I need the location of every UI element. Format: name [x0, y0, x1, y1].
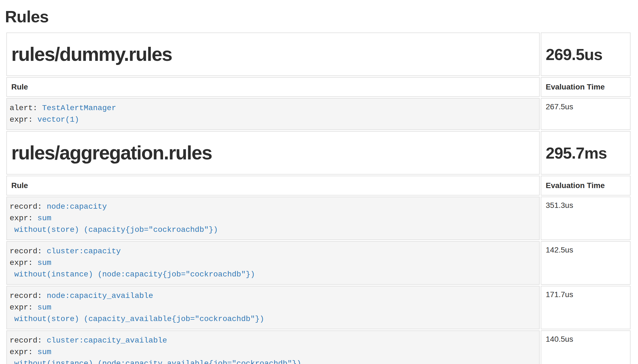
evaluation-time-cell: 351.3us	[541, 197, 631, 240]
rule-link[interactable]: TestAlertManager	[42, 104, 116, 112]
group-file-cell: rules/aggregation.rules	[6, 131, 540, 175]
rule-code-line: expr: sum	[10, 213, 536, 224]
rule-link[interactable]: cluster:capacity_available	[47, 336, 167, 345]
rule-link[interactable]: sum	[37, 303, 51, 312]
rule-row: record: cluster:capacity expr: sum witho…	[6, 241, 631, 285]
group-time-cell: 269.5us	[541, 32, 631, 76]
group-time-cell: 295.7ms	[541, 131, 631, 175]
group-evaluation-time: 295.7ms	[546, 144, 626, 162]
rule-cell: alert: TestAlertManager expr: vector(1)	[6, 98, 540, 130]
rule-row: record: node:capacity_available expr: su…	[6, 286, 631, 329]
column-header-rule: Rule	[6, 77, 540, 97]
code-key: expr:	[10, 214, 37, 222]
rule-link[interactable]: node:capacity_available	[47, 292, 153, 300]
group-file-cell: rules/dummy.rules	[6, 32, 540, 76]
rule-cell: record: node:capacity_available expr: su…	[6, 286, 540, 329]
column-header-row: Rule Evaluation Time	[6, 77, 631, 97]
rule-cell: record: cluster:capacity expr: sum witho…	[6, 241, 540, 285]
rule-code-line: expr: sum	[10, 257, 536, 269]
code-key: alert:	[10, 104, 42, 112]
code-key: expr:	[10, 303, 37, 312]
rule-code-line: record: cluster:capacity	[10, 246, 536, 257]
group-file-name: rules/aggregation.rules	[11, 142, 535, 164]
rule-code-line: without(instance) (node:capacity{job="co…	[10, 269, 536, 280]
rule-link[interactable]: cluster:capacity	[47, 247, 121, 256]
code-key: expr:	[10, 348, 37, 356]
code-key: record:	[10, 292, 47, 300]
evaluation-time-cell: 140.5us	[541, 330, 631, 364]
rule-cell: record: node:capacity expr: sum without(…	[6, 197, 540, 240]
group-file-name: rules/dummy.rules	[11, 43, 535, 65]
rule-group-header-row: rules/aggregation.rules 295.7ms	[6, 131, 631, 175]
code-key: record:	[10, 202, 47, 211]
rule-code-line: without(store) (capacity{job="cockroachd…	[10, 224, 536, 236]
rules-table: rules/dummy.rules 269.5us Rule Evaluatio…	[5, 31, 632, 364]
code-key: record:	[10, 247, 47, 256]
rule-code-line: without(instance) (node:capacity_availab…	[10, 358, 536, 364]
rule-code-line: expr: sum	[10, 346, 536, 358]
rule-code-line: record: node:capacity	[10, 201, 536, 213]
group-evaluation-time: 269.5us	[546, 45, 626, 64]
rule-code-line: alert: TestAlertManager	[10, 102, 536, 114]
rule-group-header-row: rules/dummy.rules 269.5us	[6, 32, 631, 76]
code-key: expr:	[10, 259, 37, 267]
rule-link[interactable]: without(instance) (node:capacity{job="co…	[10, 270, 255, 279]
column-header-evaluation-time: Evaluation Time	[541, 77, 631, 97]
rule-link[interactable]: node:capacity	[47, 202, 107, 211]
code-key: record:	[10, 336, 47, 345]
rule-code-line: expr: vector(1)	[10, 114, 536, 126]
rule-row: alert: TestAlertManager expr: vector(1) …	[6, 98, 631, 130]
rule-link[interactable]: without(instance) (node:capacity_availab…	[10, 359, 301, 364]
rule-link[interactable]: without(store) (capacity{job="cockroachd…	[10, 226, 218, 234]
rules-page: Rules rules/dummy.rules 269.5us Rule Eva…	[0, 0, 638, 364]
column-header-row: Rule Evaluation Time	[6, 176, 631, 195]
page-title: Rules	[5, 8, 638, 26]
column-header-evaluation-time: Evaluation Time	[541, 176, 631, 195]
column-header-rule: Rule	[6, 176, 540, 195]
rule-link[interactable]: sum	[37, 214, 51, 222]
rule-code-line: record: node:capacity_available	[10, 290, 536, 302]
evaluation-time-cell: 142.5us	[541, 241, 631, 285]
evaluation-time-cell: 171.7us	[541, 286, 631, 329]
rule-code-line: record: cluster:capacity_available	[10, 335, 536, 346]
rule-link[interactable]: vector(1)	[37, 115, 79, 124]
rule-link[interactable]: without(store) (capacity_available{job="…	[10, 315, 264, 323]
rule-code-line: expr: sum	[10, 302, 536, 313]
rule-link[interactable]: sum	[37, 348, 51, 356]
evaluation-time-cell: 267.5us	[541, 98, 631, 130]
code-key: expr:	[10, 115, 37, 124]
rule-row: record: cluster:capacity_available expr:…	[6, 330, 631, 364]
rule-code-line: without(store) (capacity_available{job="…	[10, 313, 536, 325]
rule-link[interactable]: sum	[37, 259, 51, 267]
rule-row: record: node:capacity expr: sum without(…	[6, 197, 631, 240]
rule-cell: record: cluster:capacity_available expr:…	[6, 330, 540, 364]
